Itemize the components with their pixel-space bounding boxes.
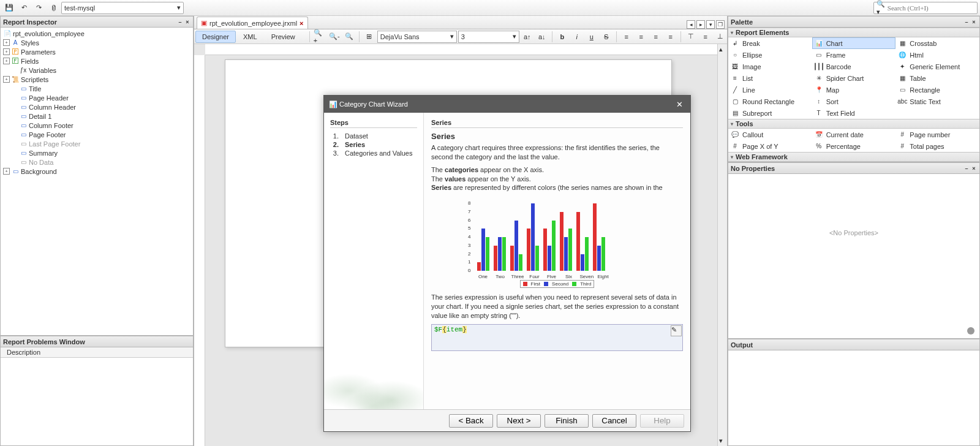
expand-icon[interactable]: +	[3, 39, 10, 46]
tab-maximize-icon[interactable]: ❐	[716, 20, 725, 29]
dialog-titlebar[interactable]: 📊 Category Chart Wizard ✕	[324, 96, 690, 113]
close-icon[interactable]: ×	[971, 165, 977, 172]
palette-item[interactable]: ▤Subreport	[728, 107, 812, 119]
tree-item[interactable]: ▭Page Header	[1, 93, 193, 102]
tree-item[interactable]: +🄿Parameters	[1, 47, 193, 56]
align-right-icon[interactable]: ≡	[649, 30, 663, 43]
series-expression-field[interactable]: $F{item} ✎	[431, 324, 683, 351]
tree-item[interactable]: ƒxVariables	[1, 66, 193, 75]
palette-item[interactable]: 🌐Html	[895, 49, 979, 61]
tree-item[interactable]: ▭Last Page Footer	[1, 139, 193, 148]
minimize-icon[interactable]: –	[177, 19, 183, 25]
palette-item[interactable]: ▢Round Rectangle	[728, 96, 812, 107]
palette-item[interactable]: #Page number	[895, 129, 979, 140]
tree-item[interactable]: ▭No Data	[1, 157, 193, 167]
close-icon[interactable]: ×	[184, 19, 190, 25]
palette-item[interactable]: ▦Table	[895, 72, 979, 84]
mode-preview[interactable]: Preview	[265, 31, 302, 43]
palette-item[interactable]: 📅Current date	[812, 129, 896, 140]
tree-item[interactable]: ▭Column Header	[1, 102, 193, 112]
align-center-icon[interactable]: ≡	[635, 30, 648, 43]
palette-section-report[interactable]: Report Elements	[728, 28, 979, 37]
back-button[interactable]: < Back	[449, 414, 493, 428]
font-combo[interactable]: DejaVu Sans▾	[377, 31, 457, 43]
expand-icon[interactable]: +	[3, 58, 10, 64]
search-input[interactable]	[888, 4, 974, 12]
zoom-out-icon[interactable]: 🔍-	[328, 30, 341, 43]
palette-item[interactable]: ✦Generic Element	[895, 61, 979, 72]
palette-item[interactable]: ┃┃┃Barcode	[812, 61, 896, 72]
expression-text[interactable]: $F{item}	[432, 325, 670, 334]
palette-item[interactable]: abcStatic Text	[895, 96, 979, 107]
valign-top-icon[interactable]: ⊤	[684, 30, 698, 43]
palette-item[interactable]: %Percentage	[812, 140, 896, 152]
next-button[interactable]: Next >	[497, 414, 541, 428]
underline-icon[interactable]: u	[585, 30, 598, 43]
undo-icon[interactable]: ↶	[17, 1, 31, 15]
scroll-up-icon[interactable]: ▴	[719, 45, 723, 53]
mode-xml[interactable]: XML	[236, 31, 264, 43]
finish-button[interactable]: Finish	[545, 414, 589, 428]
tab-list-icon[interactable]: ▾	[706, 20, 715, 29]
problems-col-header[interactable]: Description	[1, 347, 193, 358]
palette-section-web[interactable]: Web Framework	[728, 152, 979, 162]
palette-item[interactable]: ▭Rectangle	[895, 84, 979, 96]
help-button[interactable]: Help	[640, 414, 684, 428]
font-inc-icon[interactable]: a↑	[521, 30, 534, 43]
strike-icon[interactable]: S	[600, 30, 613, 43]
palette-item[interactable]: ▦Crosstab	[895, 37, 979, 49]
palette-item[interactable]: 📊Chart	[812, 37, 896, 49]
tree-item[interactable]: ▭Column Footer	[1, 121, 193, 130]
italic-icon[interactable]: i	[570, 30, 584, 43]
toolbox-icon[interactable]: ⊞	[363, 30, 376, 43]
palette-section-tools[interactable]: Tools	[728, 119, 979, 129]
tree-item[interactable]: +📜Scriptlets	[1, 75, 193, 84]
tree-item[interactable]: ▭Title	[1, 84, 193, 93]
scroll-down-icon[interactable]: ▾	[719, 437, 723, 445]
palette-item[interactable]: ↲Break	[728, 37, 812, 49]
bold-icon[interactable]: b	[556, 30, 569, 43]
palette-item[interactable]: TText Field	[812, 107, 896, 119]
expand-icon[interactable]: +	[3, 168, 10, 175]
tree-item[interactable]: +AStyles	[1, 38, 193, 47]
tree-root[interactable]: 📄 rpt_evolution_employee	[1, 29, 193, 38]
tree-item[interactable]: +🄵Fields	[1, 56, 193, 66]
scrollbar-vertical[interactable]: ▴ ▾	[717, 44, 727, 446]
minimize-icon[interactable]: –	[963, 165, 970, 172]
close-icon[interactable]: ×	[971, 19, 977, 25]
global-search[interactable]: 🔍▾	[873, 2, 978, 14]
valign-mid-icon[interactable]: ≡	[699, 30, 712, 43]
minimize-icon[interactable]: –	[963, 19, 970, 25]
datasource-combo[interactable]: test-mysql ▾	[61, 2, 184, 14]
inspector-tree[interactable]: 📄 rpt_evolution_employee +AStyles+🄿Param…	[1, 28, 193, 335]
palette-item[interactable]: ▭Frame	[812, 49, 896, 61]
expand-icon[interactable]: +	[3, 76, 10, 83]
close-tab-icon[interactable]: ×	[300, 20, 303, 27]
valign-bot-icon[interactable]: ⊥	[714, 30, 727, 43]
tree-item[interactable]: +▭Background	[1, 167, 193, 176]
expression-editor-icon[interactable]: ✎	[671, 325, 682, 336]
zoom-icon[interactable]: 🔍	[342, 30, 356, 43]
tree-item[interactable]: ▭Summary	[1, 148, 193, 157]
expand-icon[interactable]: +	[3, 48, 10, 55]
align-left-icon[interactable]: ≡	[620, 30, 633, 43]
tree-item[interactable]: ▭Page Footer	[1, 130, 193, 139]
datasource-icon[interactable]: 🛢	[47, 1, 60, 15]
save-all-icon[interactable]: 💾	[2, 1, 16, 15]
palette-item[interactable]: 💬Callout	[728, 129, 812, 140]
palette-item[interactable]: 📍Map	[812, 84, 896, 96]
size-combo[interactable]: 3▾	[458, 31, 519, 43]
mode-designer[interactable]: Designer	[195, 31, 236, 43]
palette-item[interactable]: ○Ellipse	[728, 49, 812, 61]
dialog-close-icon[interactable]: ✕	[673, 98, 685, 110]
zoom-in-icon[interactable]: 🔍+	[313, 30, 326, 43]
palette-item[interactable]: ✳Spider Chart	[812, 72, 896, 84]
tab-scroll-right-icon[interactable]: ▸	[696, 20, 705, 29]
palette-item[interactable]: 🖼Image	[728, 61, 812, 72]
palette-item[interactable]: #Page X of Y	[728, 140, 812, 152]
palette-item[interactable]: ≡List	[728, 72, 812, 84]
palette-item[interactable]: #Total pages	[895, 140, 979, 152]
tab-scroll-left-icon[interactable]: ◂	[687, 20, 695, 29]
palette-item[interactable]: ↕Sort	[812, 96, 896, 107]
cancel-button[interactable]: Cancel	[592, 414, 636, 428]
